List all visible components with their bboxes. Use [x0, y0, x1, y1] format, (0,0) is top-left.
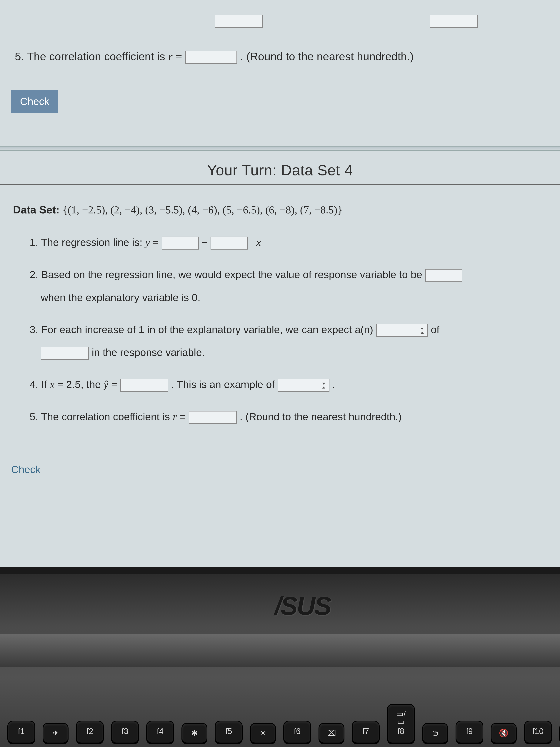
dataset-value: {(1, −2.5), (2, −4), (3, −5.5), (4, −6),… — [62, 204, 343, 216]
key-f5-icon[interactable]: ✱ — [182, 723, 207, 743]
top-blank-1[interactable] — [215, 15, 263, 28]
key-f3[interactable]: f3 — [111, 721, 139, 743]
key-f7[interactable]: f7 — [352, 721, 380, 743]
key-f4[interactable]: f4 — [146, 721, 174, 743]
key-f6-icon[interactable]: ☀ — [250, 723, 276, 743]
key-f1[interactable]: f1 — [7, 721, 35, 743]
top-blank-2[interactable] — [430, 15, 478, 28]
key-f9[interactable]: f9 — [456, 721, 483, 743]
q3-input[interactable] — [41, 346, 89, 360]
q4-input[interactable] — [120, 379, 168, 392]
q1-input-a[interactable] — [162, 237, 199, 250]
key-f2-icon[interactable]: ✈ — [43, 723, 69, 743]
q5b-input[interactable] — [189, 411, 237, 424]
q3-select[interactable] — [376, 324, 428, 337]
q5b-var: r — [173, 411, 177, 422]
section-rule — [0, 184, 560, 185]
q4-yhat: ŷ — [104, 379, 108, 390]
q5-top-prefix: 5. The correlation coefficient is — [15, 50, 168, 62]
q5-top-input[interactable] — [185, 51, 237, 64]
key-f9-icon[interactable]: ⎚ — [422, 723, 448, 743]
q3-of: of — [431, 324, 439, 335]
key-f7-icon[interactable]: ⌧ — [319, 723, 344, 743]
q4-select[interactable] — [277, 379, 329, 392]
q1-prefix: 1. The regression line is: — [30, 236, 145, 248]
q3-line2: in the response variable. — [92, 346, 205, 358]
q5b-eq: = — [177, 411, 189, 422]
key-f6[interactable]: f6 — [283, 721, 311, 743]
key-f5[interactable]: f5 — [215, 721, 243, 743]
check-button-bottom[interactable]: Check — [11, 460, 41, 479]
question-list: 1. The regression line is: y = − x 2. Ba… — [30, 231, 549, 428]
key-f2[interactable]: f2 — [76, 721, 104, 743]
key-f8[interactable]: ▭/▭f8 — [387, 704, 415, 743]
section-title: Your Turn: Data Set 4 — [11, 162, 549, 179]
q4-suffix: . — [332, 379, 336, 390]
q2-line2: when the explanatory variable is 0. — [41, 292, 201, 303]
q5b-suffix: . (Round to the nearest hundredth.) — [240, 411, 402, 422]
q2-input[interactable] — [425, 269, 462, 282]
question-2: 2. Based on the regression line, we woul… — [30, 263, 549, 309]
q1-y: y — [145, 237, 150, 248]
question-4: 4. If x = 2.5, the ŷ = . This is an exam… — [30, 373, 549, 396]
dataset-label: Data Set: — [13, 204, 62, 216]
q4-x: x — [50, 379, 54, 390]
function-key-row: f1 ✈ f2 f3 f4 ✱ f5 ☀ f6 ⌧ f7 ▭/▭f8 ⎚ f9 … — [7, 704, 553, 743]
question-5-bottom: 5. The correlation coefficient is r = . … — [30, 405, 549, 428]
key-speaker[interactable]: 🔊 — [559, 723, 560, 743]
brand-logo: /SUS — [274, 591, 330, 621]
q2-line1: 2. Based on the regression line, we woul… — [30, 268, 425, 280]
key-f10-icon[interactable]: 🔇 — [491, 723, 517, 743]
laptop-hinge — [0, 634, 560, 667]
q1-eq: = — [150, 236, 162, 248]
section-divider — [0, 146, 560, 151]
question-1: 1. The regression line is: y = − x — [30, 231, 549, 254]
brightness-up-icon: ☀ — [260, 729, 266, 737]
display-switch-icon: ▭/▭ — [395, 710, 407, 725]
touchpad-icon: ⎚ — [433, 729, 437, 737]
question-3: 3. For each increase of 1 in of the expl… — [30, 318, 549, 364]
q4-prefix: 4. If — [30, 379, 50, 390]
quiz-screen: 5. The correlation coefficient is r = . … — [0, 0, 560, 574]
q1-minus: − — [202, 236, 211, 248]
q1-x: x — [256, 237, 261, 248]
brightness-down-icon: ✱ — [191, 729, 198, 737]
q3-line1: 3. For each increase of 1 in of the expl… — [30, 324, 376, 335]
q5b-prefix: 5. The correlation coefficient is — [30, 411, 173, 422]
dataset-line: Data Set: {(1, −2.5), (2, −4), (3, −5.5)… — [13, 203, 549, 216]
question-5-top: 5. The correlation coefficient is r = . … — [15, 50, 549, 64]
q1-input-b[interactable] — [211, 237, 247, 250]
display-off-icon: ⌧ — [327, 729, 336, 737]
q5-top-suffix: . (Round to the nearest hundredth.) — [240, 50, 414, 62]
check-button-top[interactable]: Check — [11, 90, 58, 113]
q5-top-eq: = — [172, 50, 185, 62]
q4-eq2: = — [108, 379, 120, 390]
top-blank-row — [215, 15, 549, 28]
key-f10[interactable]: f10 — [524, 721, 552, 743]
q4-mid: . This is an example of — [171, 379, 277, 390]
airplane-icon: ✈ — [52, 729, 59, 737]
q5-top-var: r — [168, 50, 172, 62]
laptop-bezel: /SUS f1 ✈ f2 f3 f4 ✱ f5 ☀ f6 ⌧ f7 ▭/▭f8 … — [0, 574, 560, 747]
mute-icon: 🔇 — [499, 729, 508, 737]
q4-eq1: = 2.5, the — [54, 379, 104, 390]
